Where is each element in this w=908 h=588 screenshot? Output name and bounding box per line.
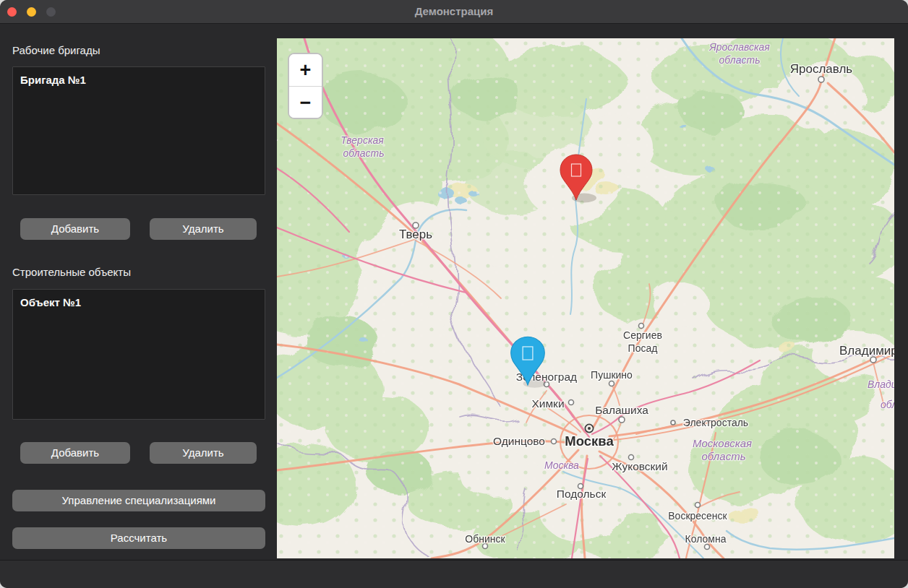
zoom-out-button[interactable]: − [289,87,322,118]
label-kolomna: Коломна [685,533,727,545]
label-podolsk: Подольск [557,488,607,500]
calculate-button[interactable]: Рассчитать [12,527,265,549]
objects-label: Строительные объекты [12,266,131,278]
brigades-delete-button[interactable]: Удалить [150,218,257,240]
objects-add-button[interactable]: Добавить [20,442,130,464]
list-item[interactable]: Объект №1 [13,295,265,310]
label-tver-oblast-2: область [343,147,384,159]
brigades-label: Рабочие бригады [12,44,100,56]
label-sergiev-posad-2: Посад [628,342,658,354]
label-moscow-oblast: Московская [693,437,752,449]
label-voskresensk: Воскресенск [668,510,727,522]
label-yaroslavl-oblast-2: область [719,54,760,66]
label-yaroslavl: Ярославль [790,62,853,76]
label-vladimir-oblast-2: область [881,399,894,410]
brigades-add-button[interactable]: Добавить [20,218,130,240]
map-canvas[interactable]: Ярославская область Ярославль Тверская о… [277,38,894,558]
brigades-list[interactable]: Бригада №1 [12,66,265,195]
map-tiles: Ярославская область Ярославль Тверская о… [277,38,894,558]
status-bar [0,560,908,588]
app-window: Демонстрация Рабочие бригады Бригада №1 … [0,0,908,588]
titlebar[interactable]: Демонстрация [0,0,908,24]
label-odintsovo: Одинцово [493,435,545,447]
map-zoom-control: + − [288,53,323,119]
window-title: Демонстрация [0,5,908,17]
label-tver: Тверь [399,228,432,241]
objects-list[interactable]: Объект №1 [12,289,265,420]
label-elektrostal: Электросталь [683,417,748,428]
label-moskva-river: Москва [544,459,579,471]
zoom-in-button[interactable]: + [289,54,322,86]
list-item[interactable]: Бригада №1 [13,72,265,87]
label-vladimir-oblast: Владимирская [868,379,894,390]
label-yaroslavl-oblast: Ярославская [708,41,770,53]
label-obninsk: Обнинск [465,533,505,545]
label-balashikha: Балашиха [595,404,648,416]
label-pushkino: Пушкино [591,369,633,381]
label-zhukovsky: Жуковский [612,460,667,472]
label-moscow-oblast-2: область [701,450,745,462]
label-tver-oblast: Тверская [340,134,384,146]
manage-specializations-button[interactable]: Управление специализациями [12,490,265,511]
objects-delete-button[interactable]: Удалить [150,442,257,464]
label-khimki: Химки [531,397,564,410]
label-vladimir: Владимир [839,344,894,358]
label-sergiev-posad: Сергиев [623,329,662,341]
label-moscow: Москва [565,433,614,449]
